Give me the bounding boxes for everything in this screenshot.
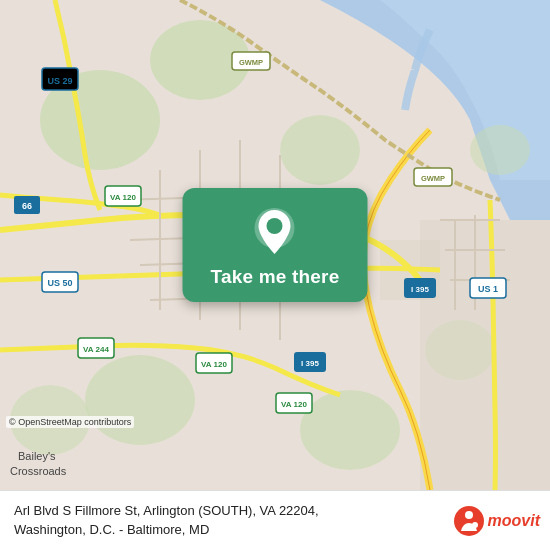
svg-text:US 1: US 1 [478,284,498,294]
svg-point-3 [280,115,360,185]
svg-text:VA 120: VA 120 [281,400,307,409]
svg-text:Bailey's: Bailey's [18,450,56,462]
svg-point-8 [470,125,530,175]
svg-text:US 29: US 29 [47,76,72,86]
svg-point-7 [300,390,400,470]
moovit-logo: moovit [453,505,540,537]
map-view: Bailey's Crossroads US 29 66 VA 120 VA 1… [0,0,550,490]
bottom-info-bar: Arl Blvd S Fillmore St, Arlington (SOUTH… [0,490,550,550]
address-display: Arl Blvd S Fillmore St, Arlington (SOUTH… [14,502,445,538]
moovit-brand-name: moovit [488,512,540,530]
svg-text:66: 66 [22,201,32,211]
moovit-brand-icon [453,505,485,537]
svg-text:VA 120: VA 120 [110,193,136,202]
svg-text:VA 120: VA 120 [201,360,227,369]
take-me-there-overlay: Take me there [183,188,368,302]
svg-text:Crossroads: Crossroads [10,465,67,477]
svg-text:US 50: US 50 [47,278,72,288]
osm-attribution: © OpenStreetMap contributors [6,416,134,428]
svg-text:I 395: I 395 [411,285,429,294]
svg-text:I 395: I 395 [301,359,319,368]
address-line1: Arl Blvd S Fillmore St, Arlington (SOUTH… [14,503,319,518]
take-me-there-button[interactable]: Take me there [211,266,340,288]
svg-point-55 [267,218,283,234]
svg-text:GWMP: GWMP [421,174,445,183]
svg-text:GWMP: GWMP [239,58,263,67]
location-pin-icon [253,206,297,258]
cta-card: Take me there [183,188,368,302]
svg-point-56 [454,506,484,536]
svg-point-57 [465,511,473,519]
address-line2: Washington, D.C. - Baltimore, MD [14,522,209,537]
svg-point-58 [472,522,478,528]
svg-text:VA 244: VA 244 [83,345,109,354]
svg-point-5 [85,355,195,445]
